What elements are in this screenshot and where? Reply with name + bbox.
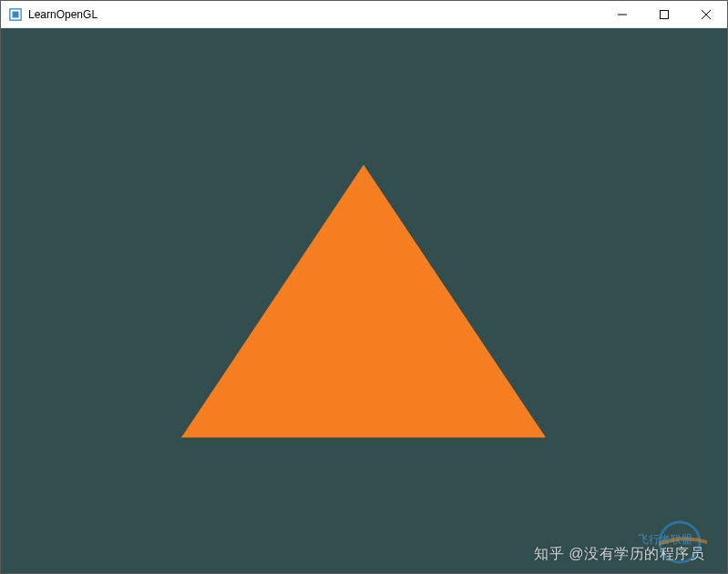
svg-rect-1	[13, 11, 19, 17]
window-controls	[601, 1, 727, 27]
titlebar-left: LearnOpenGL	[1, 7, 97, 22]
svg-rect-3	[661, 10, 669, 18]
minimize-button[interactable]	[601, 1, 643, 27]
svg-marker-6	[181, 165, 546, 437]
close-button[interactable]	[685, 1, 727, 27]
window-titlebar[interactable]: LearnOpenGL	[1, 1, 727, 28]
rendered-triangle	[1, 28, 727, 573]
app-icon	[8, 7, 23, 22]
opengl-canvas: 飞行者联盟 知乎 @没有学历的程序员	[1, 28, 727, 573]
maximize-button[interactable]	[643, 1, 685, 27]
window-title: LearnOpenGL	[28, 8, 97, 21]
application-window: LearnOpenGL	[0, 0, 728, 574]
